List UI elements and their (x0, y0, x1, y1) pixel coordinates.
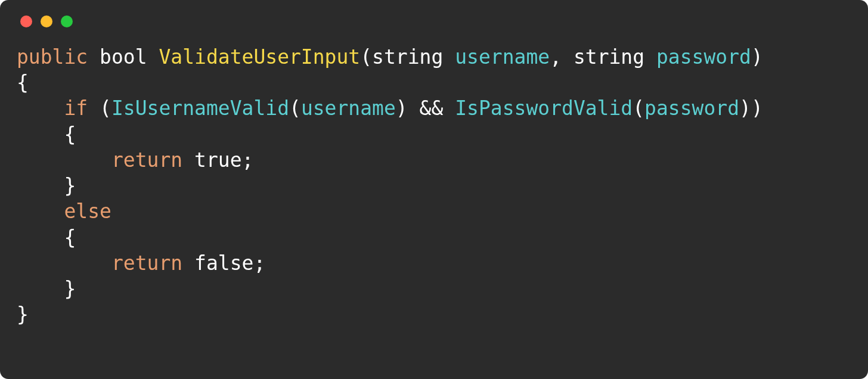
literal-true: true (194, 148, 241, 172)
function-name: ValidateUserInput (159, 45, 360, 69)
keyword-public: public (17, 45, 88, 69)
call-isusernamevalid: IsUsernameValid (111, 97, 289, 120)
brace-close-else: } (64, 277, 76, 300)
paren-open: ( (360, 45, 372, 69)
code-line-9: return false; (111, 251, 265, 275)
brace-close-if: } (64, 174, 76, 197)
keyword-return-1: return (111, 148, 182, 172)
close-icon[interactable] (20, 15, 32, 27)
call2-rp: ) (739, 97, 751, 120)
call1-rp: ) (396, 97, 408, 120)
type-string-1: string (372, 45, 443, 69)
call2-lp: ( (633, 97, 644, 120)
code-line-1: public bool ValidateUserInput(string use… (17, 45, 763, 69)
call-ispasswordvalid: IsPasswordValid (455, 97, 633, 120)
comma: , (550, 45, 562, 69)
keyword-return-2: return (111, 251, 182, 275)
param-password: password (656, 45, 751, 69)
op-and: && (420, 97, 444, 120)
literal-false: false (194, 251, 253, 275)
arg-password: password (644, 97, 739, 120)
code-window: public bool ValidateUserInput(string use… (0, 0, 868, 379)
call1-lp: ( (289, 97, 301, 120)
code-line-3: if (IsUsernameValid(username) && IsPassw… (64, 97, 762, 120)
brace-close-fn: } (17, 303, 29, 326)
param-username: username (455, 45, 550, 69)
arg-username: username (301, 97, 396, 120)
type-string-2: string (574, 45, 644, 69)
maximize-icon[interactable] (61, 15, 73, 27)
brace-open-1: { (17, 71, 29, 94)
semi-2: ; (253, 251, 265, 275)
keyword-else: else (64, 200, 111, 223)
keyword-bool: bool (100, 45, 147, 69)
paren-close: ) (751, 45, 763, 69)
semi-1: ; (242, 148, 254, 172)
minimize-icon[interactable] (41, 15, 52, 27)
code-line-5: return true; (111, 148, 253, 172)
brace-open-else: { (64, 226, 76, 249)
if-paren-close: ) (751, 97, 763, 120)
if-paren-open: ( (100, 97, 111, 120)
keyword-if: if (64, 97, 88, 120)
window-titlebar (0, 0, 868, 33)
brace-open-if: { (64, 123, 76, 146)
code-block: public bool ValidateUserInput(string use… (0, 33, 868, 327)
